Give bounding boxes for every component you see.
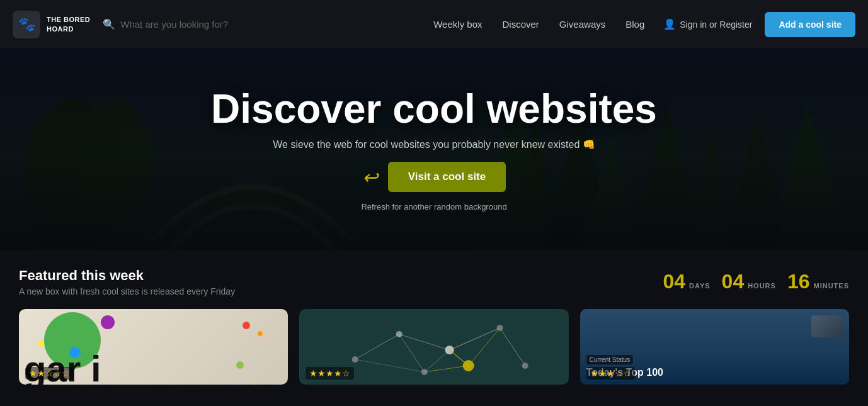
nav-blog[interactable]: Blog	[625, 19, 644, 30]
card-2-stars: ★★★★☆	[306, 367, 354, 380]
minutes-number: 16	[787, 270, 810, 293]
circle-yellow	[38, 341, 44, 347]
add-cool-site-button[interactable]: Add a cool site	[765, 12, 855, 37]
svg-point-21	[352, 356, 358, 363]
visit-cool-site-button[interactable]: Visit a cool site	[388, 162, 506, 192]
featured-info: Featured this week A new box with fresh …	[19, 268, 235, 296]
logo[interactable]: 🐾 The Bored Hoard	[13, 11, 90, 38]
countdown: 04 DAYS 04 HOURS 16 MINUTES	[663, 270, 849, 293]
circle-orange	[258, 331, 263, 336]
search-input[interactable]	[120, 19, 259, 30]
hero-section: Discover cool websites We sieve the web …	[0, 48, 868, 250]
card-3-label: Current Status	[586, 355, 633, 364]
card-3-thumb-inner	[811, 315, 843, 337]
svg-point-25	[522, 363, 528, 369]
minutes-label: MINUTES	[814, 282, 850, 290]
circle-green2	[236, 361, 244, 369]
card-1-stars: ★★☆☆☆	[25, 367, 74, 380]
logo-icon: 🐾	[13, 11, 40, 38]
countdown-hours: 04 HOURS	[722, 270, 776, 293]
hours-number: 04	[722, 270, 745, 293]
arrow-icon: ↩	[362, 166, 378, 188]
hero-subtitle: We sieve the web for cool websites you p…	[273, 138, 595, 150]
card-1[interactable]: gar i ★★☆☆☆	[19, 309, 288, 385]
featured-header: Featured this week A new box with fresh …	[19, 268, 849, 296]
search-icon: 🔍	[103, 18, 115, 30]
navbar: 🐾 The Bored Hoard 🔍 Weekly box Discover …	[0, 0, 868, 48]
sign-in-area[interactable]: 👤 Sign in or Register	[663, 18, 752, 30]
countdown-minutes: 16 MINUTES	[787, 270, 849, 293]
featured-section: Featured this week A new box with fresh …	[0, 250, 868, 397]
hero-content: Discover cool websites We sieve the web …	[211, 87, 657, 211]
cards-grid: gar i ★★☆☆☆	[19, 309, 849, 385]
card-2[interactable]: ★★★★☆	[299, 309, 568, 385]
circle-purple	[101, 315, 115, 329]
hours-label: HOURS	[748, 282, 776, 290]
days-label: DAYS	[689, 282, 711, 290]
card-3-thumbnail	[811, 315, 843, 337]
circle-red	[243, 322, 250, 329]
featured-subtitle: A new box with fresh cool sites is relea…	[19, 286, 235, 296]
hero-actions: ↩ Visit a cool site	[362, 162, 506, 192]
days-number: 04	[663, 270, 685, 293]
nav-discover[interactable]: Discover	[503, 19, 539, 30]
card-3[interactable]: Current Status Today's Top 100 ★★★☆☆	[580, 309, 849, 385]
search-area: 🔍	[103, 18, 433, 30]
countdown-days: 04 DAYS	[663, 270, 710, 293]
hero-refresh-text: Refresh for another random background	[361, 202, 506, 211]
svg-point-22	[396, 331, 403, 337]
sign-in-label: Sign in or Register	[680, 20, 752, 30]
user-icon: 👤	[663, 18, 676, 30]
svg-rect-12	[324, 309, 544, 385]
nav-weekly-box[interactable]: Weekly box	[433, 19, 482, 30]
hero-title: Discover cool websites	[211, 87, 657, 131]
nav-links: Weekly box Discover Giveaways Blog	[433, 19, 644, 30]
featured-title: Featured this week	[19, 268, 235, 284]
logo-text: The Bored Hoard	[47, 15, 90, 33]
card-3-stars: ★★★☆☆	[586, 367, 635, 380]
nav-giveaways[interactable]: Giveaways	[559, 19, 605, 30]
